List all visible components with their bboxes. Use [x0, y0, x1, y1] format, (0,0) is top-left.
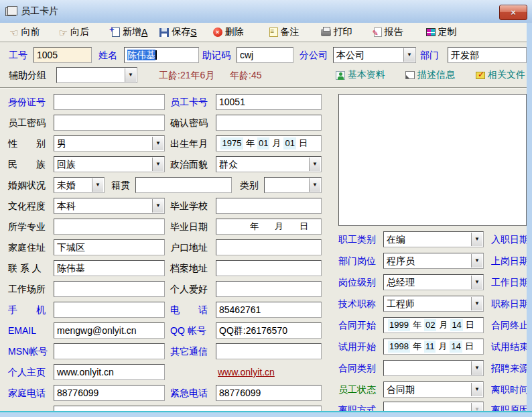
delete-button[interactable]: × 删除: [210, 25, 247, 40]
dept-post-select[interactable]: 程序员 ▼: [383, 253, 484, 269]
tech-title-select[interactable]: 工程师 ▼: [383, 296, 484, 312]
tab-basic-info[interactable]: 基本资料: [336, 67, 385, 83]
chevron-down-icon[interactable]: ▼: [152, 137, 163, 150]
category-select[interactable]: ▼: [264, 177, 322, 193]
chevron-down-icon[interactable]: ▼: [471, 233, 482, 246]
empcard-input[interactable]: 10051: [216, 94, 322, 110]
trial-start-date[interactable]: 1998 年 11 月 14 日: [383, 339, 484, 355]
trial-month: 11: [424, 341, 436, 353]
toolbar: ☜ 向前 ☞ 向后 新增A 保存S × 删除 备注 打印 报告: [0, 23, 527, 42]
idcard-label: 身份证号: [8, 94, 46, 110]
contract-end-label: 合同终止: [491, 317, 527, 333]
unit-month: 月: [272, 136, 281, 151]
dept-input[interactable]: 开发部: [448, 47, 527, 63]
school-input[interactable]: [216, 198, 322, 214]
edu-select[interactable]: 本科 ▼: [54, 198, 165, 214]
chevron-down-icon[interactable]: ▼: [471, 361, 482, 375]
contract-type-label: 合同类别: [338, 360, 376, 376]
report-button[interactable]: 报告: [371, 25, 406, 40]
chevron-down-icon[interactable]: ▼: [152, 158, 163, 171]
contract-year: 1999: [388, 319, 410, 331]
confirm-input[interactable]: [216, 115, 322, 131]
aux-group-label: 辅助分组: [9, 67, 46, 83]
dept-value: 开发部: [451, 50, 479, 60]
marital-label: 婚姻状况: [8, 177, 46, 193]
tab-related-files[interactable]: 相关文件: [476, 67, 525, 83]
marital-select[interactable]: 未婚 ▼: [54, 177, 105, 193]
birth-date-field[interactable]: 1975 年 01 月 01 日: [216, 135, 322, 152]
person-icon: [336, 71, 345, 80]
name-label: 姓名: [98, 47, 117, 63]
name-input[interactable]: 陈伟基: [124, 47, 199, 63]
contract-type-select[interactable]: ▼: [383, 360, 484, 376]
printer-icon: [321, 29, 331, 36]
new-button[interactable]: 新增A: [109, 25, 150, 40]
birth-label: 出生年月: [170, 135, 208, 152]
titlebar[interactable]: 员工卡片: [0, 0, 532, 23]
birth-year: 1975: [220, 137, 243, 150]
pwd-input[interactable]: [54, 115, 165, 131]
customize-button[interactable]: 定制: [423, 25, 460, 40]
chevron-down-icon[interactable]: ▼: [471, 383, 482, 396]
post-grade-select[interactable]: 总经理 ▼: [383, 274, 484, 290]
emp-status-value: 合同期: [387, 384, 415, 395]
unit-year: 年: [246, 136, 255, 151]
unit-year: 年: [413, 339, 421, 354]
school-label: 毕业学校: [170, 198, 208, 214]
edu-label: 文化程度: [8, 198, 46, 214]
chevron-down-icon[interactable]: ▼: [309, 158, 320, 171]
close-button[interactable]: ×: [499, 5, 527, 20]
post-grade-value: 总经理: [387, 277, 415, 288]
report-icon: [374, 27, 382, 37]
dept-post-label: 部门岗位: [338, 253, 376, 269]
chevron-down-icon[interactable]: ▼: [403, 48, 415, 62]
save-button[interactable]: 保存S: [157, 25, 199, 40]
gender-select[interactable]: 男 ▼: [54, 135, 165, 152]
tech-title-label: 技术职称: [338, 296, 376, 312]
emp-status-select[interactable]: 合同期 ▼: [383, 381, 484, 398]
note-page-icon: [405, 71, 415, 79]
remark-button[interactable]: 备注: [267, 25, 302, 40]
chevron-down-icon[interactable]: ▼: [471, 254, 482, 267]
separator: [0, 87, 527, 88]
contract-month: 02: [424, 319, 436, 331]
work-date-label: 工作日期: [491, 274, 527, 290]
contract-start-date[interactable]: 1999 年 02 月 14 日: [383, 317, 484, 333]
chevron-down-icon[interactable]: ▼: [92, 178, 103, 192]
chevron-down-icon[interactable]: ▼: [152, 199, 163, 213]
unit-month: 月: [439, 318, 448, 333]
print-button[interactable]: 打印: [318, 25, 355, 40]
chevron-down-icon[interactable]: ▼: [471, 297, 482, 310]
trial-day: 14: [450, 341, 462, 353]
backward-button[interactable]: ☞ 向后: [56, 25, 91, 40]
mnemonic-input[interactable]: cwj: [237, 47, 293, 63]
hand-left-icon: ☜: [9, 27, 18, 38]
title-date-label: 职称日期: [491, 296, 527, 312]
mnemonic-label: 助记码: [202, 47, 230, 63]
tab-description[interactable]: 描述信息: [405, 67, 455, 83]
unit-day: 日: [466, 318, 474, 333]
chevron-down-icon[interactable]: ▼: [125, 68, 136, 82]
customize-label: 定制: [438, 26, 457, 38]
politics-select[interactable]: 群众 ▼: [216, 156, 322, 172]
chevron-down-icon[interactable]: ▼: [471, 276, 482, 289]
politics-value: 群众: [219, 159, 238, 170]
aux-group-select[interactable]: ▼: [56, 67, 137, 83]
tech-title-value: 工程师: [387, 298, 415, 309]
window-card-icon: [5, 7, 16, 16]
marital-value: 未婚: [57, 180, 76, 190]
ethnic-select[interactable]: 回族 ▼: [54, 156, 165, 172]
idcard-input[interactable]: [54, 94, 165, 110]
empno-input[interactable]: 1005: [34, 47, 92, 63]
header-row-2: 辅助分组 ▼ 工龄:21年6月 年龄:45 基本资料 描述信息 相关文件: [0, 67, 532, 83]
forward-button[interactable]: ☜ 向前: [7, 25, 42, 40]
chevron-down-icon[interactable]: ▼: [309, 178, 320, 192]
post-date-label: 上岗日期: [491, 253, 527, 269]
window-title: 员工卡片: [21, 5, 58, 17]
emp-type-select[interactable]: 在编 ▼: [383, 231, 484, 247]
branch-select[interactable]: 本公司 ▼: [333, 47, 416, 63]
hire-date-label: 入职日期: [491, 231, 527, 247]
new-label: 新增: [123, 26, 141, 38]
unit-month: 月: [438, 339, 447, 354]
native-input[interactable]: [135, 177, 232, 193]
